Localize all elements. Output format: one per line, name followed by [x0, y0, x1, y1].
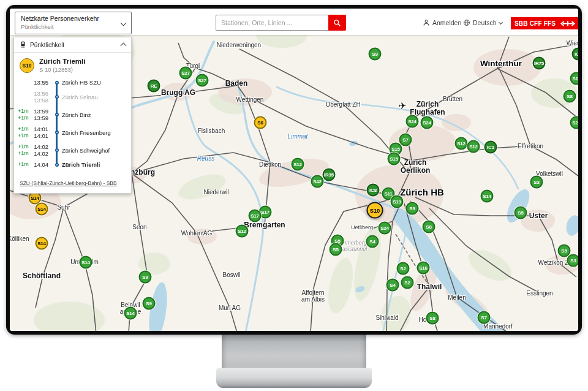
train-line-badge: S10	[20, 58, 34, 73]
stop-dot	[55, 163, 59, 167]
line-badge-s9[interactable]: S9	[406, 202, 419, 215]
line-badge-s11[interactable]: S11	[570, 72, 579, 85]
line-badge-s16[interactable]: S16	[417, 262, 430, 275]
language-selector[interactable]: Deutsch	[463, 19, 502, 26]
stop-list: 13:55Zürich HB SZU13:5613:58Zürich Selna…	[14, 75, 131, 172]
stop-row[interactable]: 13:55Zürich HB SZU	[18, 79, 126, 86]
line-badge-re[interactable]: RE	[148, 80, 160, 93]
login-label: Anmelden	[432, 19, 461, 26]
user-icon	[423, 19, 430, 26]
line-badge-ic8[interactable]: IC8	[367, 184, 380, 197]
language-label: Deutsch	[473, 19, 497, 26]
monitor-stand-base	[216, 368, 372, 388]
line-badge-s10[interactable]: S10	[367, 202, 383, 219]
departure-panel: Pünktlichkeit S10 Zürich Triemli S 10 (1…	[13, 37, 132, 194]
line-badge-s7[interactable]: S7	[399, 134, 412, 146]
stop-row[interactable]: 13:5613:58Zürich Selnau	[18, 90, 126, 104]
search-icon	[333, 19, 341, 27]
line-badge-s5[interactable]: S5	[514, 207, 527, 219]
stop-row[interactable]: +1m14:04Zürich Triemli	[18, 161, 126, 168]
search-input[interactable]	[216, 15, 328, 31]
line-badge-ic1[interactable]: IC1	[484, 141, 497, 154]
panel-title: Pünktlichkeit	[30, 42, 118, 48]
stop-dot	[55, 81, 59, 85]
line-badge-s7[interactable]: S7	[478, 311, 491, 324]
line-badge-s17[interactable]: S17	[249, 210, 262, 222]
line-badge-s8[interactable]: S8	[423, 221, 435, 233]
panel-header: Pünktlichkeit	[14, 37, 131, 53]
stop-row[interactable]: +1m+1m14:0214:02Zürich Schweighof	[18, 143, 126, 157]
line-badge-s24[interactable]: S24	[379, 222, 391, 235]
train-icon	[20, 39, 26, 50]
line-badge-s19[interactable]: S19	[391, 196, 404, 208]
line-badge-s2[interactable]: S2	[397, 262, 410, 275]
line-badge-s4[interactable]: S4	[366, 235, 379, 248]
line-badge-s6[interactable]: S6	[254, 116, 267, 129]
sbb-logo[interactable]: SBB CFF FFS	[511, 17, 578, 29]
login-button[interactable]: Anmelden	[423, 19, 461, 26]
search-button[interactable]	[328, 15, 346, 31]
line-badge-s27[interactable]: S27	[196, 74, 209, 87]
line-badge-s4[interactable]: S4	[386, 279, 399, 292]
line-badge-s14[interactable]: S14	[481, 190, 494, 203]
panel-footer: SZU (Sihltal-Zürich-Uetliberg-Bahn) - SB…	[14, 172, 131, 193]
stop-dot	[55, 113, 59, 116]
line-badge-s3[interactable]: S3	[530, 176, 543, 189]
operator-link[interactable]: SZU (Sihltal-Zürich-Uetliberg-Bahn) - SB…	[20, 180, 117, 186]
train-head: S10 Zürich Triemli S 10 (12853)	[14, 53, 131, 75]
stop-dot	[55, 148, 59, 152]
line-badge-s2[interactable]: S2	[401, 276, 414, 289]
line-badge-s15[interactable]: S15	[388, 153, 401, 165]
stop-dot	[55, 131, 59, 134]
stop-row[interactable]: +1m+1m13:5913:59Zürich Binz	[18, 108, 126, 121]
line-badge-s12[interactable]: S12	[455, 137, 468, 150]
collapse-panel-chevron-icon[interactable]	[121, 43, 127, 49]
line-badge-s14[interactable]: S14	[80, 256, 92, 269]
train-number: S 10 (12853)	[39, 66, 85, 73]
line-badge-s24[interactable]: S24	[421, 116, 434, 129]
sbb-double-arrow-icon	[560, 20, 576, 27]
line-badge-s24[interactable]: S24	[406, 115, 419, 128]
line-badge-s5[interactable]: S5	[330, 243, 342, 256]
line-badge-s26[interactable]: S26	[570, 116, 579, 129]
line-badge-ir75[interactable]: IR75	[533, 57, 546, 70]
line-badge-s27[interactable]: S27	[179, 67, 192, 80]
line-badge-s3[interactable]: S3	[567, 254, 579, 267]
line-badge-s14[interactable]: S14	[36, 237, 48, 250]
topbar: Netzkarte Personenverkehr Pünktlichkeit …	[10, 9, 578, 35]
searchbar	[216, 15, 346, 31]
line-badge-s8[interactable]: S8	[426, 312, 439, 325]
line-badge-s8[interactable]: S8	[564, 90, 576, 103]
line-badge-s9[interactable]: S9	[143, 297, 156, 310]
line-badge-s14[interactable]: S14	[124, 307, 137, 320]
stop-row[interactable]: +1m+1m14:0114:01Zürich Friesenberg	[18, 126, 126, 139]
chevron-down-icon	[121, 20, 127, 26]
train-name: Zürich Triemli	[39, 58, 85, 65]
line-badge-ir35[interactable]: IR35	[323, 169, 336, 181]
chevron-down-icon	[498, 20, 502, 24]
monitor-frame: NiederweningenWiesendangenTurgiWinterthu…	[6, 5, 582, 335]
sbb-logo-text: SBB CFF FFS	[514, 20, 556, 27]
screen: NiederweningenWiesendangenTurgiWinterthu…	[10, 9, 578, 331]
line-badge-s42[interactable]: S42	[311, 175, 324, 188]
monitor-stand-neck	[222, 335, 366, 369]
globe-icon	[463, 19, 470, 26]
layer-select-sublabel: Pünktlichkeit	[21, 23, 118, 30]
line-badge-s9[interactable]: S9	[369, 48, 382, 61]
line-badge-s14[interactable]: S14	[36, 203, 48, 216]
stop-dot	[55, 95, 59, 99]
line-badge-s9[interactable]: S9	[139, 271, 152, 284]
layer-select-label: Netzkarte Personenverkehr	[21, 15, 118, 22]
line-badge-s12[interactable]: S12	[236, 225, 249, 238]
line-badge-s12[interactable]: S12	[292, 158, 304, 171]
line-badge-s12[interactable]: S12	[467, 140, 480, 153]
layer-select-dropdown[interactable]: Netzkarte Personenverkehr Pünktlichkeit	[15, 12, 132, 34]
